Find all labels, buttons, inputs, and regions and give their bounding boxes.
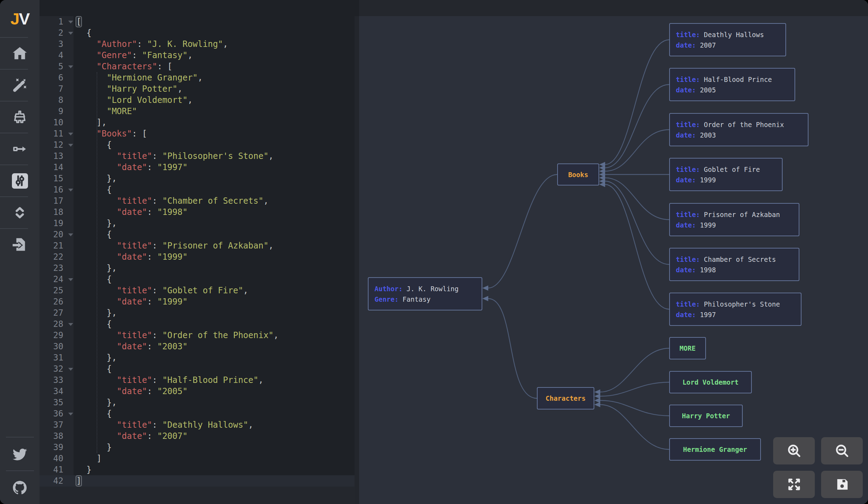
sidebar-item-github[interactable]: [0, 471, 40, 504]
node-value: Prisoner of Azkaban: [700, 211, 780, 218]
fold-toggle-icon[interactable]: [68, 144, 73, 147]
json-punctuation: },: [76, 174, 117, 183]
node-label: Books: [568, 171, 588, 178]
json-punctuation: [76, 95, 107, 105]
editor-right-padding: [355, 16, 359, 504]
fold-toggle-icon[interactable]: [68, 21, 73, 23]
node-key: date:: [676, 86, 696, 94]
graph-node-characters[interactable]: Characters: [537, 387, 594, 410]
editor-line-33: 33 "title": "Half-Blood Prince",: [40, 374, 355, 386]
line-content: },: [76, 397, 117, 408]
line-content: ],: [76, 117, 107, 128]
editor-line-12: 12 {: [40, 139, 355, 150]
fold-toggle-icon[interactable]: [68, 368, 73, 371]
fold-toggle-icon[interactable]: [68, 278, 73, 281]
graph-node-book-half-blood-prince[interactable]: title: Half-Blood Princedate: 2005: [669, 68, 795, 101]
layout-direction-arrow-icon: [12, 141, 28, 157]
line-number: 2: [40, 27, 63, 38]
line-content: "title": "Deathly Hallows",: [76, 419, 253, 430]
graph-canvas[interactable]: Author: J. K. RowlingGenre: FantasyBooks…: [359, 0, 868, 504]
save-icon: [834, 476, 850, 492]
json-punctuation: [76, 207, 117, 217]
node-key: date:: [676, 311, 696, 318]
fold-toggle-icon[interactable]: [68, 323, 73, 326]
sidebar-item-auto-format-wand[interactable]: [0, 70, 40, 101]
node-key: date:: [676, 221, 696, 229]
json-string: "Philosopher's Stone": [162, 151, 268, 161]
json-editor-pane[interactable]: 1[2 {3 "Author": "J. K. Rowling",4 "Genr…: [40, 0, 359, 504]
zoom-in-button[interactable]: [773, 437, 815, 464]
graph-node-books[interactable]: Books: [557, 163, 599, 186]
sidebar-bottom: [0, 437, 40, 504]
graph-node-char-harry-potter[interactable]: Harry Potter: [669, 405, 743, 427]
graph-node-book-goblet-of-fire[interactable]: title: Goblet of Firedate: 1999: [669, 158, 783, 191]
clean-brush-icon: [12, 109, 28, 125]
import-file-icon: [12, 236, 28, 253]
app-logo[interactable]: JV: [10, 0, 29, 37]
editor-line-24: 24 {: [40, 274, 355, 285]
sidebar-item-clean-brush[interactable]: [0, 102, 40, 133]
line-content: {: [76, 363, 112, 374]
graph-node-char-lord-voldemort[interactable]: Lord Voldemort: [669, 371, 752, 393]
graph-node-book-deathly-hallows[interactable]: title: Deathly Hallowsdate: 2007: [669, 23, 786, 56]
sidebar-item-import-file[interactable]: [0, 229, 40, 260]
fold-toggle-icon[interactable]: [68, 233, 73, 236]
sidebar-item-layout-direction[interactable]: [0, 133, 40, 164]
line-number: 5: [40, 61, 63, 72]
json-punctuation: [76, 420, 117, 430]
node-value: 1999: [696, 221, 716, 229]
sidebar-item-collapse-expand[interactable]: [0, 197, 40, 228]
json-key: "date": [117, 162, 147, 172]
graph-node-char-hermione-granger[interactable]: Hermione Granger: [669, 438, 761, 461]
graph-node-root[interactable]: Author: J. K. RowlingGenre: Fantasy: [368, 277, 482, 310]
logo-letter-v: V: [19, 9, 29, 28]
editor-line-20: 20 {: [40, 229, 355, 240]
json-punctuation: ,: [177, 84, 182, 94]
fold-toggle-icon[interactable]: [68, 133, 73, 135]
line-content: "title": "Prisoner of Azkaban",: [76, 240, 274, 251]
node-value: Goblet of Fire: [700, 166, 760, 173]
json-punctuation: ,: [264, 196, 268, 206]
sidebar: JV: [0, 0, 40, 504]
graph-node-book-chamber-of-secrets[interactable]: title: Chamber of Secretsdate: 1998: [669, 248, 799, 281]
graph-node-book-prisoner-of-azkaban[interactable]: title: Prisoner of Azkabandate: 1999: [669, 203, 799, 236]
fold-toggle-icon[interactable]: [68, 32, 73, 35]
graph-node-char-more[interactable]: MORE: [669, 337, 706, 359]
fold-toggle-icon[interactable]: [68, 189, 73, 191]
json-punctuation: :: [147, 252, 157, 262]
json-punctuation: [76, 129, 97, 139]
line-number: 33: [40, 374, 63, 386]
graph-node-book-philosophers-stone[interactable]: title: Philosopher's Stonedate: 1997: [669, 293, 802, 326]
fold-toggle-icon[interactable]: [68, 65, 73, 68]
line-content: },: [76, 352, 117, 363]
sidebar-item-twitter[interactable]: [0, 438, 40, 470]
line-content: "title": "Goblet of Fire",: [76, 285, 248, 296]
sidebar-item-settings-sliders[interactable]: [0, 165, 40, 196]
edge-book-prisoner-of-azkaban-to-books: [605, 178, 669, 220]
save-button[interactable]: [821, 471, 863, 498]
node-key: date:: [676, 41, 696, 49]
line-number: 34: [40, 386, 63, 397]
home-icon: [12, 45, 28, 62]
editor-line-25: 25 "title": "Goblet of Fire",: [40, 285, 355, 296]
fold-toggle-icon[interactable]: [68, 413, 73, 415]
json-string: "Hermione Granger": [107, 73, 198, 83]
graph-node-book-order-of-the-phoenix[interactable]: title: Order of the Phoenixdate: 2003: [669, 113, 808, 146]
json-string: "Goblet of Fire": [162, 286, 243, 295]
edge-book-philosophers-stone-to-books: [605, 184, 669, 309]
fullscreen-button[interactable]: [773, 471, 815, 498]
json-string: "Lord Voldemort": [107, 95, 188, 105]
editor-after-document: [40, 486, 355, 504]
line-number: 36: [40, 408, 63, 419]
line-number: 25: [40, 285, 63, 296]
sidebar-item-home[interactable]: [0, 38, 40, 69]
line-number: 31: [40, 352, 63, 363]
json-punctuation: : [: [157, 62, 172, 71]
line-content: "Lord Voldemort",: [76, 94, 192, 106]
editor-line-4: 4 "Genre": "Fantasy",: [40, 50, 355, 61]
edge-char-lord-voldemort-to-characters: [600, 382, 669, 396]
line-number: 23: [40, 262, 63, 274]
node-value: Philosopher's Stone: [700, 300, 780, 308]
zoom-out-button[interactable]: [821, 437, 863, 464]
editor-line-13: 13 "title": "Philosopher's Stone",: [40, 150, 355, 162]
